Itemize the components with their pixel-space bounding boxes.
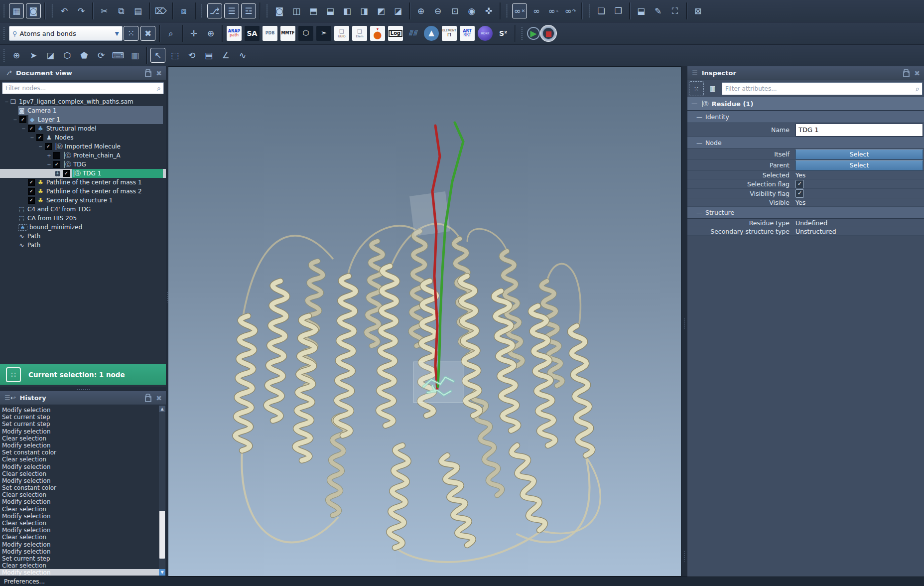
view-cube-bottom-icon[interactable]: ⬓ <box>323 3 338 18</box>
tree-node-ca-from-his-205[interactable]: ⬚CA from HIS 205 <box>0 214 166 223</box>
box-select-icon[interactable]: ⬚ <box>167 48 182 63</box>
save-as-icon[interactable]: ✎ <box>651 3 665 18</box>
visibility-checkbox[interactable] <box>53 152 60 159</box>
history-view-toggle-icon[interactable]: ☲ <box>241 3 256 18</box>
dock-lock-icon[interactable] <box>903 71 910 77</box>
shape-lasso-icon[interactable]: ⬟ <box>77 48 92 63</box>
select-all-matching-icon[interactable]: ⁙ <box>124 26 138 41</box>
zoom-selection-icon[interactable]: ⊡ <box>447 3 462 18</box>
s2-extension-icon[interactable]: S² <box>496 26 511 41</box>
dock-splitter-right[interactable] <box>681 66 687 577</box>
expander-icon[interactable]: − <box>4 99 9 105</box>
section-identity[interactable]: —Identity <box>687 111 924 123</box>
mmtf-extension-icon[interactable]: MMTF <box>280 26 295 41</box>
delete-icon[interactable]: ⌦ <box>153 3 168 18</box>
history-item[interactable]: Modify selection <box>0 527 159 534</box>
history-item[interactable]: Modify selection <box>0 407 159 414</box>
history-item[interactable]: Clear selection <box>0 470 159 477</box>
stereo-shutter-icon[interactable]: ∞⌁ <box>546 3 561 18</box>
stereo-off-icon[interactable]: ∞✕ <box>512 3 527 18</box>
list-view-toggle-icon[interactable]: ☰ <box>224 3 239 18</box>
new-document-icon[interactable]: ❏ <box>594 3 609 18</box>
scroll-down-icon[interactable]: ▼ <box>159 569 165 576</box>
dock-close-icon[interactable]: ✖ <box>156 394 162 402</box>
record-stop-icon[interactable]: ◼ <box>542 27 555 40</box>
visibility-checkbox[interactable]: ✓ <box>28 188 35 195</box>
protein-ribbon[interactable] <box>441 455 473 545</box>
pdb-extension-icon[interactable]: PDB <box>263 26 277 41</box>
history-item[interactable]: Clear selection <box>0 491 159 498</box>
view-cube-left-icon[interactable]: ◧ <box>340 3 355 18</box>
toolbar-grip[interactable] <box>506 4 509 18</box>
history-item[interactable]: Modify selection <box>0 541 159 548</box>
show-hide-icon[interactable]: ◉ <box>464 3 479 18</box>
toolbar-grip[interactable] <box>2 4 6 18</box>
rotate-tool-icon[interactable]: ⟲ <box>184 48 199 63</box>
copy-icon[interactable]: ⧉ <box>114 3 129 18</box>
tree-node-pathline-of-the-center-of-mass-2[interactable]: ✓♣Pathline of the center of mass 2 <box>0 187 166 196</box>
view-cube-back-icon[interactable]: ◪ <box>391 3 405 18</box>
visibility-flag-checkbox[interactable]: ✓ <box>795 189 804 198</box>
history-item[interactable]: Modify selection <box>0 513 159 520</box>
history-item[interactable]: Clear selection <box>0 534 159 541</box>
add-camera-icon[interactable]: ◙ <box>272 3 287 18</box>
tree-node-tdg-1[interactable]: +✓⎥ⓇTDG 1 <box>0 169 166 178</box>
annotations-icon[interactable]: ▥ <box>128 48 142 63</box>
add-to-selection-icon[interactable]: ✛ <box>186 26 201 41</box>
visibility-checkbox[interactable]: ✓ <box>28 179 35 186</box>
expander-icon[interactable]: + <box>55 171 60 176</box>
name-input[interactable] <box>795 124 923 137</box>
edit-pointer-icon[interactable]: ➤ <box>26 48 41 63</box>
play-icon[interactable]: ▶ <box>527 27 540 40</box>
history-item[interactable]: Modify selection <box>0 442 159 449</box>
visibility-checkbox[interactable]: ✓ <box>53 161 60 168</box>
panel-splitter-horizontal[interactable] <box>0 387 166 391</box>
tree-node-protein-chain-a[interactable]: +⎥ⒸProtein_chain_A <box>0 151 166 160</box>
redo-icon[interactable]: ↷ <box>74 3 89 18</box>
add-layer-icon[interactable]: ⧈ <box>176 3 191 18</box>
view-cube-top-icon[interactable]: ⬒ <box>306 3 321 18</box>
log-extension-icon[interactable]: Log <box>388 26 403 41</box>
selection-flag-checkbox[interactable]: ✓ <box>795 180 804 188</box>
history-item[interactable]: Modify selection <box>0 548 159 555</box>
collapse-icon[interactable]: — <box>696 114 702 121</box>
document-view-toggle-icon[interactable]: ⎇ <box>207 3 222 18</box>
expander-icon[interactable]: − <box>46 162 52 167</box>
add-atom-icon[interactable]: ⊕ <box>9 48 24 63</box>
collapse-icon[interactable]: — <box>696 209 702 216</box>
element-document-icon[interactable]: ❏Elem <box>352 26 367 41</box>
history-item[interactable]: Modify selection <box>0 428 159 435</box>
visibility-checkbox[interactable]: ✓ <box>28 125 35 132</box>
measure-dihedral-icon[interactable]: ∿ <box>235 48 250 63</box>
expander-icon[interactable]: − <box>21 126 26 132</box>
visibility-checkbox[interactable]: ✓ <box>19 116 26 123</box>
toolbar-grip[interactable] <box>2 48 6 62</box>
close-document-icon[interactable]: ⊠ <box>690 3 705 18</box>
zoom-in-icon[interactable]: ⊕ <box>413 3 428 18</box>
save-icon[interactable]: ⬓ <box>634 3 649 18</box>
history-item[interactable]: Set constant color <box>0 484 159 491</box>
filter-nodes-input[interactable] <box>2 84 157 92</box>
pathline-green[interactable] <box>438 123 463 387</box>
zoom-out-icon[interactable]: ⊖ <box>430 3 445 18</box>
save-all-icon[interactable]: ⛶ <box>667 3 682 18</box>
eraser-icon[interactable]: ◪ <box>43 48 58 63</box>
history-item[interactable]: Set current step <box>0 421 159 428</box>
history-item[interactable]: Clear selection <box>0 520 159 527</box>
expander-icon[interactable]: − <box>38 144 43 149</box>
pin-blob-icon[interactable]: ▾⬤ <box>370 26 385 41</box>
history-item[interactable]: Set current step <box>0 414 159 421</box>
select-button[interactable]: Select <box>795 149 923 159</box>
element-box-icon[interactable]: ELEMENT⊓ <box>442 26 457 41</box>
view-cube-front-icon[interactable]: ◩ <box>374 3 389 18</box>
screenshot-save-icon[interactable]: ◙ <box>26 3 41 18</box>
open-document-icon[interactable]: ❐ <box>611 3 626 18</box>
measure-angle-icon[interactable]: ∠ <box>218 48 233 63</box>
section-node[interactable]: —Node <box>687 137 924 149</box>
rdkit-extension-icon[interactable]: RDKit <box>478 26 493 41</box>
paste-icon[interactable]: ▤ <box>131 3 145 18</box>
tree-node-pathline-of-the-center-of-mass-1[interactable]: ✓♣Pathline of the center of mass 1 <box>0 178 166 187</box>
stereo-rotate-icon[interactable]: ∞↷ <box>563 3 578 18</box>
selection-filter-dropdown[interactable]: ⚲Atoms and bonds▼ <box>9 26 123 41</box>
tree-node-secondary-structure-1[interactable]: ✓♣Secondary structure 1 <box>0 196 166 205</box>
